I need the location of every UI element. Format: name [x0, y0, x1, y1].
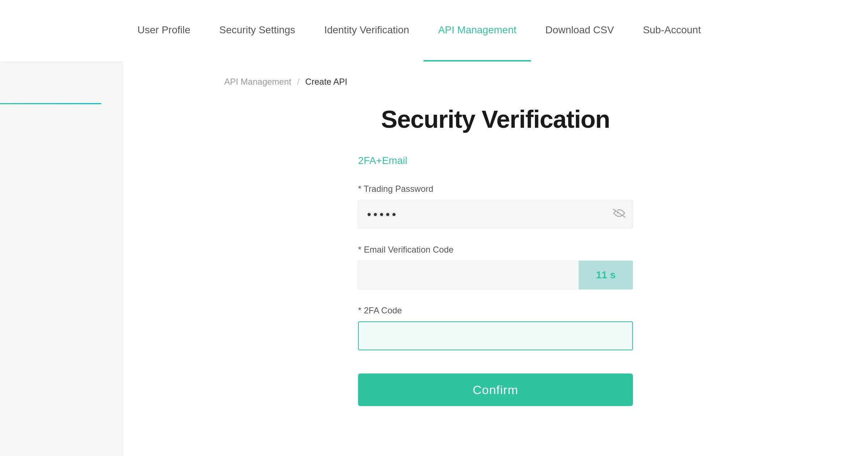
nav-item-security-settings[interactable]: Security Settings	[205, 0, 310, 62]
email-code-input[interactable]	[358, 261, 579, 290]
confirm-button[interactable]: Confirm	[358, 373, 633, 406]
twofa-code-input[interactable]	[358, 321, 633, 350]
trading-password-group: * Trading Password	[358, 184, 633, 229]
breadcrumb-parent[interactable]: API Management	[224, 77, 291, 87]
content-card: API Management / Create API Security Ver…	[123, 62, 868, 456]
password-toggle-icon[interactable]	[613, 208, 626, 220]
twofa-code-label: * 2FA Code	[358, 305, 633, 316]
deco-line-left	[0, 103, 101, 104]
breadcrumb: API Management / Create API	[123, 62, 868, 87]
nav-item-api-management[interactable]: API Management	[424, 0, 531, 62]
breadcrumb-current: Create API	[305, 77, 347, 87]
trading-password-input[interactable]	[358, 200, 633, 229]
auth-method-label: 2FA+Email	[358, 155, 633, 166]
page-title: Security Verification	[123, 105, 868, 133]
main-content: API Management / Create API Security Ver…	[123, 62, 868, 456]
nav-inner: User Profile Security Settings Identity …	[0, 0, 715, 62]
nav-item-identity-verification[interactable]: Identity Verification	[310, 0, 424, 62]
email-code-label: * Email Verification Code	[358, 245, 633, 255]
email-code-row: 11 s	[358, 261, 633, 290]
trading-password-wrapper	[358, 200, 633, 229]
twofa-input-wrapper	[358, 321, 633, 350]
nav-item-user-profile[interactable]: User Profile	[123, 0, 205, 62]
form-container: 2FA+Email * Trading Password	[351, 155, 640, 406]
twofa-code-group: * 2FA Code	[358, 305, 633, 350]
nav-item-download-csv[interactable]: Download CSV	[531, 0, 629, 62]
navigation-bar: User Profile Security Settings Identity …	[0, 0, 868, 62]
email-code-group: * Email Verification Code 11 s	[358, 245, 633, 290]
nav-item-sub-account[interactable]: Sub-Account	[629, 0, 715, 62]
breadcrumb-separator: /	[297, 77, 299, 87]
trading-password-label: * Trading Password	[358, 184, 633, 194]
countdown-button[interactable]: 11 s	[579, 261, 633, 290]
